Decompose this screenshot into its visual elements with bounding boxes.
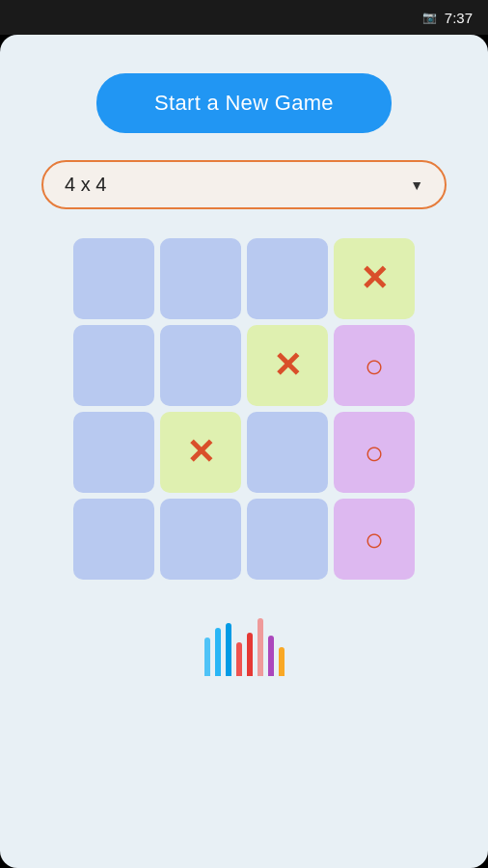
grid-cell[interactable]: ✕ [334, 238, 415, 319]
grid-cell[interactable]: ✕ [247, 325, 328, 406]
grid-cell[interactable] [160, 325, 241, 406]
main-content: Start a New Game 4 x 4 ▼ ✕✕○✕○○ [0, 35, 488, 868]
status-time: 7:37 [445, 10, 473, 26]
start-new-game-button[interactable]: Start a New Game [96, 73, 392, 133]
o-mark: ○ [365, 523, 385, 556]
dropdown-value: 4 x 4 [65, 174, 106, 196]
bottom-chart [204, 618, 285, 676]
x-mark: ✕ [186, 432, 215, 473]
chart-bar [215, 628, 221, 676]
grid-cell[interactable]: ○ [334, 499, 415, 580]
camera-icon: 📷 [422, 11, 437, 24]
grid-size-dropdown[interactable]: 4 x 4 ▼ [41, 160, 447, 209]
grid-cell[interactable]: ○ [334, 412, 415, 493]
o-mark: ○ [365, 436, 385, 469]
grid-cell[interactable] [247, 238, 328, 319]
status-bar: 📷 7:37 [0, 0, 488, 35]
grid-cell[interactable] [73, 238, 154, 319]
chart-bar [268, 636, 274, 676]
grid-cell[interactable] [247, 412, 328, 493]
grid-cell[interactable] [160, 499, 241, 580]
chart-bar [204, 637, 210, 676]
grid-cell[interactable] [73, 325, 154, 406]
grid-cell[interactable] [73, 412, 154, 493]
grid-cell[interactable] [73, 499, 154, 580]
grid-cell[interactable] [247, 499, 328, 580]
grid-cell[interactable] [160, 238, 241, 319]
chart-bar [279, 647, 285, 676]
game-grid: ✕✕○✕○○ [73, 238, 415, 580]
chart-bar [258, 618, 263, 676]
o-mark: ○ [365, 349, 385, 382]
chevron-down-icon: ▼ [410, 177, 423, 193]
x-mark: ✕ [273, 345, 302, 386]
chart-bar [236, 642, 242, 676]
chart-bar [226, 623, 231, 676]
chart-bar [247, 633, 253, 676]
x-mark: ✕ [360, 258, 389, 299]
grid-cell[interactable]: ○ [334, 325, 415, 406]
grid-cell[interactable]: ✕ [160, 412, 241, 493]
